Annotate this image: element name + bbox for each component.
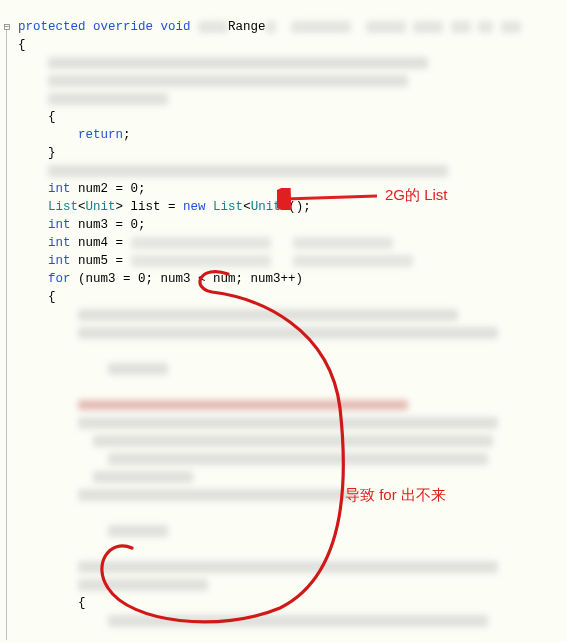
keyword-new: new: [183, 200, 206, 214]
keyword-override: override: [93, 20, 153, 34]
arrow-icon: [277, 188, 382, 210]
line-brace: {: [48, 110, 56, 124]
keyword-int: int: [48, 218, 71, 232]
fold-guide-line: [6, 30, 7, 640]
keyword-void: void: [161, 20, 191, 34]
annotation-for-stuck: 导致 for 出不来: [345, 486, 446, 504]
keyword-protected: protected: [18, 20, 86, 34]
line-1: protected override void Range: [18, 20, 521, 34]
line-brace-open: {: [18, 38, 26, 52]
keyword-int: int: [48, 182, 71, 196]
keyword-for: for: [48, 272, 71, 286]
svg-line-0: [285, 196, 377, 199]
fold-toggle[interactable]: ⊟: [0, 18, 14, 36]
keyword-int: int: [48, 236, 71, 250]
method-name: Range: [228, 20, 266, 34]
type-list: List: [48, 200, 78, 214]
keyword-return: return: [78, 128, 123, 142]
line-brace: }: [48, 146, 56, 160]
inner-brace-open: {: [78, 596, 86, 610]
keyword-int: int: [48, 254, 71, 268]
for-brace-open: {: [48, 290, 56, 304]
code-block: protected override void Range { { return…: [18, 0, 521, 642]
annotation-2g-list: 2G的 List: [385, 186, 448, 204]
